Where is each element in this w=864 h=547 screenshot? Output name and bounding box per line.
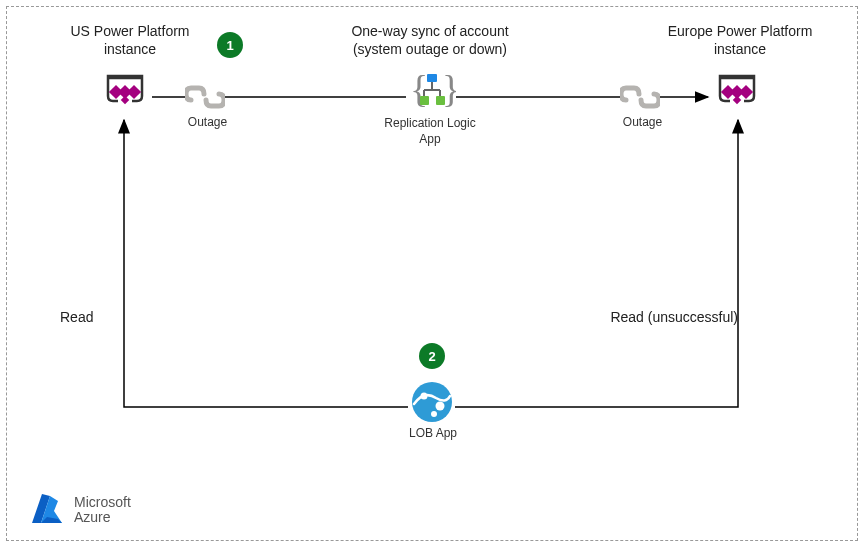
logic-app-icon: { }	[406, 70, 456, 115]
eu-title-line1: Europe Power Platform	[668, 23, 813, 39]
power-platform-icon	[712, 66, 762, 116]
svg-point-23	[421, 393, 428, 400]
svg-rect-1	[109, 85, 123, 99]
broken-link-icon	[185, 82, 225, 112]
sync-title: One-way sync of account (system outage o…	[330, 22, 530, 58]
us-title-line2: instance	[104, 41, 156, 57]
azure-logo-text: Microsoft Azure	[74, 495, 131, 526]
svg-rect-16	[733, 96, 741, 104]
read-left-label: Read	[60, 308, 120, 326]
broken-link-icon	[620, 82, 660, 112]
outage-left-label: Outage	[180, 115, 235, 131]
svg-rect-2	[127, 85, 141, 99]
sync-line1: One-way sync of account	[351, 23, 508, 39]
read-right-label: Read (unsuccessful)	[598, 308, 738, 326]
outage-right-label: Outage	[615, 115, 670, 131]
replication-caption: Replication Logic App	[380, 116, 480, 147]
badge-2-text: 2	[428, 349, 435, 364]
app-service-icon	[410, 380, 454, 424]
svg-rect-12	[436, 96, 445, 105]
sync-line2: (system outage or down)	[353, 41, 507, 57]
svg-rect-11	[420, 96, 429, 105]
azure-logo: Microsoft Azure	[28, 491, 131, 529]
svg-point-25	[431, 411, 437, 417]
svg-rect-6	[427, 74, 437, 82]
us-title-line1: US Power Platform	[70, 23, 189, 39]
svg-rect-15	[739, 85, 753, 99]
step-badge-2: 2	[419, 343, 445, 369]
azure-logo-icon	[28, 491, 66, 529]
eu-title-line2: instance	[714, 41, 766, 57]
us-power-platform-label: US Power Platform instance	[60, 22, 200, 58]
svg-rect-14	[721, 85, 735, 99]
lob-caption: LOB App	[398, 426, 468, 442]
europe-power-platform-label: Europe Power Platform instance	[655, 22, 825, 58]
badge-1-text: 1	[226, 38, 233, 53]
step-badge-1: 1	[217, 32, 243, 58]
svg-point-24	[436, 402, 445, 411]
svg-rect-3	[121, 96, 129, 104]
power-platform-icon	[100, 66, 150, 116]
